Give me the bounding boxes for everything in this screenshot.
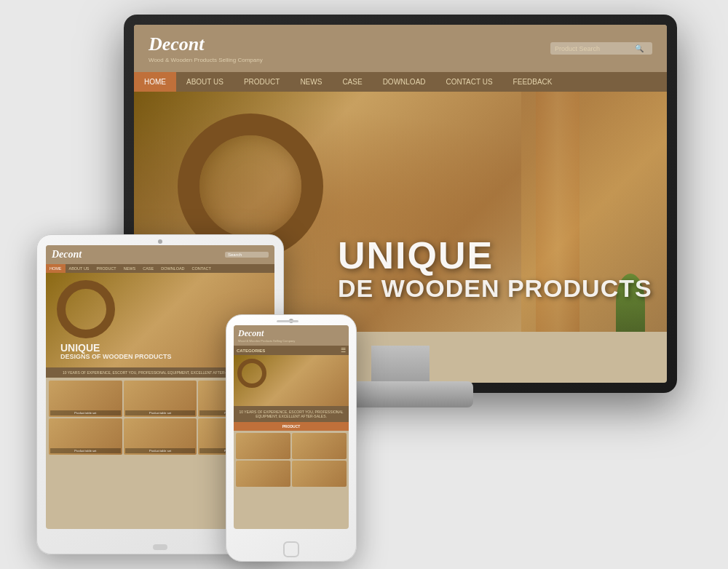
site-logo: Decont: [149, 33, 263, 55]
logo-area: Decont Wood & Wooden Products Selling Co…: [149, 33, 263, 63]
site-tagline: Wood & Wooden Products Selling Company: [149, 57, 263, 63]
phone-hero: [234, 355, 349, 406]
list-item: Product table set: [49, 418, 122, 455]
tablet-logo: Decont: [52, 249, 82, 260]
hero-title-2: DE WOODEN PRODUCTS: [338, 274, 652, 303]
nav-news[interactable]: NEWS: [290, 72, 332, 92]
phone-features-content: 10 YEARS OF EXPERIENCE, ESCORT YOU, PROF…: [239, 410, 343, 418]
list-item: Product table set: [124, 381, 197, 417]
nav-product[interactable]: PRODUCT: [234, 72, 290, 92]
phone-speaker: [277, 320, 298, 322]
phone-tagline: Wood & Wooden Products Selling Company: [238, 339, 344, 343]
monitor-stand-neck: [371, 346, 430, 382]
phone-nav-label: CATEGORIES: [237, 349, 265, 353]
phone-wood-circle: [237, 359, 266, 388]
phone-nav-bar: CATEGORIES ☰: [234, 346, 349, 355]
tablet-hero-title-2: DESIGNS OF WOODEN PRODUCTS: [60, 353, 172, 360]
tablet-nav-download[interactable]: DOWNLOAD: [157, 264, 188, 273]
tablet-nav: HOME ABOUT US PRODUCT NEWS CASE DOWNLOAD…: [46, 264, 274, 273]
search-box[interactable]: 🔍: [550, 42, 652, 55]
list-item: [236, 461, 290, 487]
phone-home-button[interactable]: [283, 541, 299, 557]
product-label: Product table set: [50, 410, 121, 415]
tablet-nav-case[interactable]: CASE: [139, 264, 157, 273]
hero-title-1: UNIQUE: [338, 236, 652, 274]
list-item: Product table set: [49, 381, 122, 417]
nav-about[interactable]: ABOUT US: [176, 72, 234, 92]
list-item: [292, 461, 347, 487]
tablet-nav-product[interactable]: PRODUCT: [93, 264, 120, 273]
tablet-home-button[interactable]: [153, 544, 167, 550]
list-item: [292, 433, 347, 459]
product-label: Product table set: [125, 410, 196, 415]
tablet-hero-title-1: UNIQUE: [60, 343, 172, 353]
phone-product-grid: [234, 431, 349, 489]
tablet-nav-home[interactable]: HOME: [46, 264, 66, 273]
phone-body: Decont Wood & Wooden Products Selling Co…: [226, 314, 357, 562]
nav-feedback[interactable]: FEEDBACK: [503, 72, 563, 92]
list-item: [236, 433, 290, 459]
hero-text: UNIQUE DE WOODEN PRODUCTS: [338, 236, 652, 303]
tablet-camera: [158, 239, 162, 244]
search-input[interactable]: [555, 45, 635, 52]
phone-site-header: Decont Wood & Wooden Products Selling Co…: [234, 325, 349, 346]
tablet-wood-circle: [57, 280, 115, 338]
phone-features-text: 10 YEARS OF EXPERIENCE, ESCORT YOU, PROF…: [234, 406, 349, 422]
product-label: Product table set: [50, 448, 121, 453]
tablet-hero-text: UNIQUE DESIGNS OF WOODEN PRODUCTS: [60, 343, 172, 360]
tablet-nav-about[interactable]: ABOUT US: [66, 264, 93, 273]
nav-download[interactable]: DOWNLOAD: [373, 72, 436, 92]
tablet-nav-contact[interactable]: CONTACT: [189, 264, 215, 273]
tablet-site-header: Decont Search: [46, 245, 274, 264]
product-label: Product table set: [125, 448, 196, 453]
phone-screen: Decont Wood & Wooden Products Selling Co…: [234, 325, 349, 529]
site-header: Decont Wood & Wooden Products Selling Co…: [134, 25, 667, 72]
search-icon: 🔍: [635, 44, 644, 52]
phone-product-label: PRODUCT: [234, 422, 349, 431]
hamburger-icon[interactable]: ☰: [341, 347, 346, 354]
nav-contact[interactable]: CONTACT US: [436, 72, 503, 92]
site-nav: HOME ABOUT US PRODUCT NEWS CASE DOWNLOAD…: [134, 72, 667, 92]
phone-logo: Decont: [238, 328, 344, 339]
list-item: Product table set: [124, 418, 197, 455]
phone: Decont Wood & Wooden Products Selling Co…: [226, 314, 357, 562]
tablet-search[interactable]: Search: [225, 252, 269, 258]
tablet-nav-news[interactable]: NEWS: [120, 264, 140, 273]
scene: Decont Wood & Wooden Products Selling Co…: [0, 0, 728, 569]
nav-home[interactable]: HOME: [134, 72, 176, 92]
nav-case[interactable]: CASE: [332, 72, 372, 92]
